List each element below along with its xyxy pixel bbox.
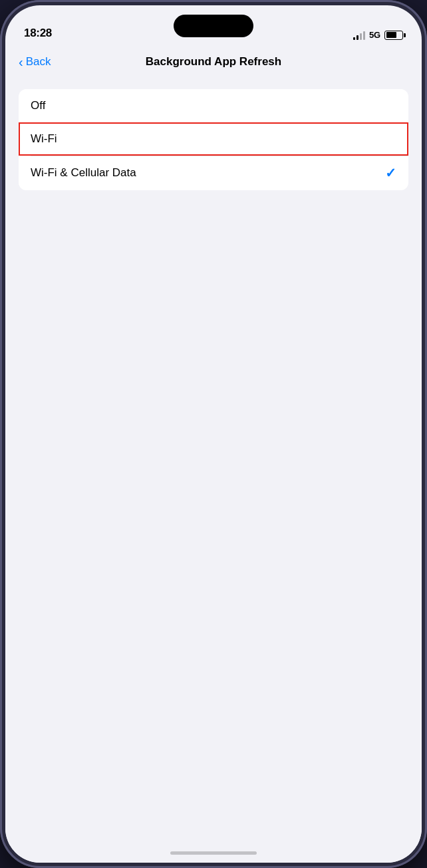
signal-bar-3 xyxy=(360,33,362,40)
volume-down-button[interactable] xyxy=(0,213,1,259)
option-off-row[interactable]: Off xyxy=(19,89,408,122)
back-button[interactable]: ‹ Back xyxy=(19,55,51,69)
page-title: Background App Refresh xyxy=(146,55,281,69)
back-chevron-icon: ‹ xyxy=(19,55,23,69)
checkmark-icon: ✓ xyxy=(385,165,396,181)
status-time: 18:28 xyxy=(24,27,52,40)
option-wifi-cellular-row[interactable]: Wi-Fi & Cellular Data ✓ xyxy=(19,156,408,190)
network-label: 5G xyxy=(369,30,380,40)
option-wifi-cellular-label: Wi-Fi & Cellular Data xyxy=(31,166,136,180)
signal-bar-4 xyxy=(363,31,365,40)
battery-body xyxy=(384,31,403,40)
battery-fill xyxy=(386,32,397,38)
option-off-label: Off xyxy=(31,99,45,112)
silent-button[interactable] xyxy=(0,106,1,133)
dynamic-island xyxy=(174,15,253,37)
signal-bars-icon xyxy=(353,31,365,40)
option-wifi-label: Wi-Fi xyxy=(31,132,57,146)
phone-frame: 18:28 5G ‹ Back xyxy=(0,0,427,868)
nav-bar: ‹ Back Background App Refresh xyxy=(5,45,422,78)
back-label: Back xyxy=(26,55,51,69)
signal-bar-2 xyxy=(356,35,358,40)
option-wifi-row[interactable]: Wi-Fi xyxy=(19,122,408,156)
signal-bar-1 xyxy=(353,37,355,40)
battery-icon xyxy=(384,31,403,40)
status-icons: 5G xyxy=(353,30,403,40)
volume-up-button[interactable] xyxy=(0,153,1,200)
settings-group: Off Wi-Fi Wi-Fi & Cellular Data ✓ xyxy=(19,89,408,190)
home-indicator xyxy=(170,851,257,855)
content-area: Off Wi-Fi Wi-Fi & Cellular Data ✓ xyxy=(5,78,422,863)
screen: 18:28 5G ‹ Back xyxy=(5,5,422,863)
